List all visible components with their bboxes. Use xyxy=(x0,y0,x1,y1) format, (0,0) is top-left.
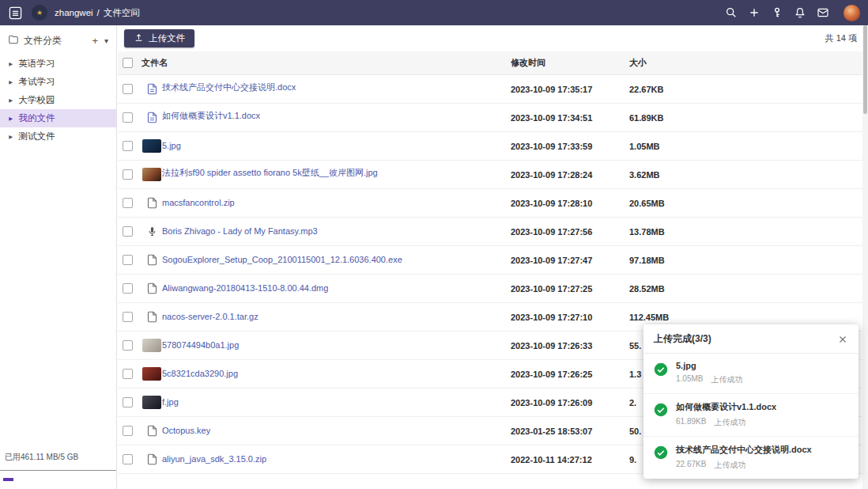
sidebar-title: 文件分类 xyxy=(24,34,62,47)
file-row[interactable]: Aliwangwang-20180413-1510-8.00.44.dmg 20… xyxy=(118,275,868,303)
column-header-modified[interactable]: 修改时间 xyxy=(511,57,629,69)
row-checkbox[interactable] xyxy=(123,283,133,294)
file-row[interactable]: Boris Zhivago - Lady of My Fantasy.mp3 2… xyxy=(118,218,868,246)
row-checkbox[interactable] xyxy=(123,255,133,265)
toolbar: 上传文件 共 14 项 xyxy=(118,25,868,51)
file-name-link[interactable]: f.jpg xyxy=(162,397,179,407)
row-checkbox[interactable] xyxy=(123,312,133,322)
column-header-size[interactable]: 大小 xyxy=(629,57,868,69)
file-size: 3.62MB xyxy=(629,170,868,180)
expand-arrow-icon[interactable]: ▶ xyxy=(9,134,13,139)
storage-progressbar xyxy=(3,478,116,481)
row-checkbox[interactable] xyxy=(123,397,133,408)
file-name-link[interactable]: aliyun_java_sdk_3.15.0.zip xyxy=(162,454,266,464)
expand-arrow-icon[interactable]: ▶ xyxy=(9,97,13,103)
expand-arrow-icon[interactable]: ▶ xyxy=(9,79,13,85)
file-row[interactable]: 5.jpg 2023-10-09 17:33:59 1.05MB xyxy=(118,132,868,161)
file-name-link[interactable]: 技术线产品交付中心交接说明.docx xyxy=(162,82,296,93)
file-name-link[interactable]: 5.jpg xyxy=(162,141,181,150)
file-modified-time: 2023-10-09 17:28:24 xyxy=(511,170,629,180)
bell-icon[interactable] xyxy=(793,6,807,20)
breadcrumb-user[interactable]: zhangwei xyxy=(55,8,93,17)
file-modified-time: 2023-10-09 17:34:51 xyxy=(511,113,629,123)
file-modified-time: 2023-10-09 17:35:17 xyxy=(511,85,629,94)
sidebar-item-测试文件[interactable]: ▶ 测试文件 xyxy=(0,127,116,146)
storage-divider xyxy=(0,470,116,471)
upload-complete-toast: 上传完成(3/3) 5.jpg 1.05MB 上传成功 如何做概要设计v1.1.… xyxy=(643,324,859,479)
key-icon[interactable] xyxy=(770,6,784,20)
column-header-name[interactable]: 文件名 xyxy=(142,57,511,69)
file-name-link[interactable]: Boris Zhivago - Lady of My Fantasy.mp3 xyxy=(162,226,318,236)
toast-items: 5.jpg 1.05MB 上传成功 如何做概要设计v1.1.docx 61.89… xyxy=(643,354,859,479)
menu-icon[interactable] xyxy=(8,6,22,20)
search-icon[interactable] xyxy=(724,6,738,20)
upload-result-item: 技术线产品交付中心交接说明.docx 22.67KB 上传成功 xyxy=(643,437,859,479)
file-name-link[interactable]: SogouExplorer_Setup_Coop_2100115001_12.1… xyxy=(162,255,402,264)
row-checkbox[interactable] xyxy=(123,112,133,123)
image-thumbnail xyxy=(142,339,161,352)
file-name-link[interactable]: Aliwangwang-20180413-1510-8.00.44.dmg xyxy=(162,283,328,293)
row-checkbox[interactable] xyxy=(123,169,133,180)
uploaded-file-size: 1.05MB xyxy=(676,374,703,385)
file-name-link[interactable]: 5c8321cda3290.jpg xyxy=(162,369,238,378)
file-name-link[interactable]: 578074494b0a1.jpg xyxy=(162,340,239,350)
upload-button[interactable]: 上传文件 xyxy=(124,29,194,47)
image-thumbnail xyxy=(142,367,161,381)
row-checkbox[interactable] xyxy=(123,454,133,464)
file-size: 13.78MB xyxy=(629,227,868,237)
plus-icon[interactable] xyxy=(747,6,761,20)
file-name-link[interactable]: nacos-server-2.0.1.tar.gz xyxy=(162,312,259,321)
row-checkbox[interactable] xyxy=(123,340,133,351)
file-icon xyxy=(146,311,158,323)
file-name-link[interactable]: 法拉利sf90 spider assetto fiorano 5k壁纸__彼岸图… xyxy=(162,167,378,179)
mail-icon[interactable] xyxy=(816,6,830,20)
toast-header: 上传完成(3/3) xyxy=(643,324,859,354)
row-checkbox[interactable] xyxy=(123,141,133,151)
expand-arrow-icon[interactable]: ▶ xyxy=(9,116,13,121)
sidebar-item-英语学习[interactable]: ▶ 英语学习 xyxy=(0,55,116,73)
breadcrumb-space[interactable]: 文件空间 xyxy=(104,7,140,19)
file-row[interactable]: 如何做概要设计v1.1.docx 2023-10-09 17:34:51 61.… xyxy=(118,104,868,132)
expand-arrow-icon[interactable]: ▶ xyxy=(9,61,13,66)
row-checkbox[interactable] xyxy=(123,426,133,436)
file-row[interactable]: macsfancontrol.zip 2023-10-09 17:28:10 2… xyxy=(118,189,868,218)
row-checkbox[interactable] xyxy=(123,369,133,379)
file-name-link[interactable]: Octopus.key xyxy=(162,426,210,435)
row-checkbox[interactable] xyxy=(123,84,133,94)
uploaded-file-name: 如何做概要设计v1.1.docx xyxy=(676,401,776,413)
success-check-icon xyxy=(654,445,668,460)
breadcrumb: zhangwei / 文件空间 xyxy=(55,7,140,19)
file-row[interactable]: SogouExplorer_Setup_Coop_2100115001_12.1… xyxy=(118,246,868,275)
file-name-link[interactable]: 如何做概要设计v1.1.docx xyxy=(162,110,260,122)
microphone-icon xyxy=(146,226,158,237)
workspace-avatar[interactable]: ★ xyxy=(32,5,47,21)
image-thumbnail xyxy=(142,168,161,181)
toast-title: 上传完成(3/3) xyxy=(654,332,711,346)
sidebar-item-大学校园[interactable]: ▶ 大学校园 xyxy=(0,91,116,109)
file-row[interactable]: 技术线产品交付中心交接说明.docx 2023-10-09 17:35:17 2… xyxy=(118,75,868,104)
sidebar-item-label: 英语学习 xyxy=(18,58,55,70)
sidebar-item-考试学习[interactable]: ▶ 考试学习 xyxy=(0,73,116,91)
file-name-link[interactable]: macsfancontrol.zip xyxy=(162,198,235,207)
scrollbar[interactable] xyxy=(862,25,868,489)
close-icon[interactable] xyxy=(837,334,848,345)
storage-usage: 已用461.11 MB/5 GB xyxy=(0,452,116,463)
uploaded-file-size: 22.67KB xyxy=(676,460,706,471)
file-modified-time: 2023-10-09 17:27:56 xyxy=(511,227,629,237)
sidebar-item-label: 考试学习 xyxy=(18,76,55,88)
file-size: 112.45MB xyxy=(629,313,868,322)
collapse-caret-icon[interactable]: ▾ xyxy=(104,37,108,45)
top-app-bar: ★ zhangwei / 文件空间 xyxy=(0,0,868,25)
sidebar-item-我的文件[interactable]: ▶ 我的文件 xyxy=(0,109,116,127)
row-checkbox[interactable] xyxy=(123,226,133,237)
file-row[interactable]: 法拉利sf90 spider assetto fiorano 5k壁纸__彼岸图… xyxy=(118,161,868,189)
add-category-icon[interactable]: + xyxy=(92,36,98,46)
file-size: 61.89KB xyxy=(629,113,868,123)
scrollbar-thumb[interactable] xyxy=(863,25,867,114)
uploaded-file-size: 61.89KB xyxy=(676,417,706,428)
row-checkbox[interactable] xyxy=(123,198,133,208)
select-all-checkbox[interactable] xyxy=(123,58,133,68)
file-icon xyxy=(146,453,158,465)
user-avatar[interactable] xyxy=(843,5,860,21)
document-icon xyxy=(146,83,158,95)
